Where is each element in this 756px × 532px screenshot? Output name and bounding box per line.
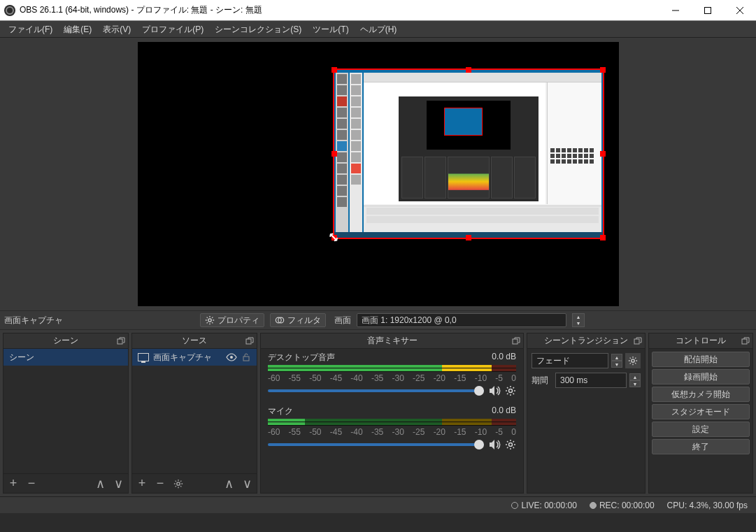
mixer-body: デスクトップ音声 0.0 dB -60-55-50-45-40-35-30-25… bbox=[261, 349, 523, 493]
transition-select[interactable]: フェード bbox=[532, 353, 608, 368]
filters-button[interactable]: フィルタ bbox=[270, 313, 326, 327]
meter-scale: -60-55-50-45-40-35-30-25-20-15-10-50 bbox=[268, 427, 516, 437]
menu-help[interactable]: ヘルプ(H) bbox=[355, 21, 403, 38]
resize-handle-ml[interactable] bbox=[331, 151, 337, 157]
remove-scene-button[interactable]: − bbox=[26, 478, 37, 489]
live-status: LIVE: 00:00:00 bbox=[511, 501, 576, 510]
resize-handle-br[interactable] bbox=[600, 235, 606, 240]
volume-slider[interactable] bbox=[268, 443, 484, 446]
menu-scene-collection[interactable]: シーンコレクション(S) bbox=[209, 21, 307, 38]
svg-point-13 bbox=[632, 359, 634, 362]
channel-db: 0.0 dB bbox=[492, 405, 516, 417]
rec-indicator-icon bbox=[590, 502, 597, 509]
transitions-header: シーントランジション bbox=[527, 333, 645, 349]
menu-tools[interactable]: ツール(T) bbox=[307, 21, 354, 38]
maximize-button[interactable] bbox=[692, 0, 724, 21]
start-record-button[interactable]: 録画開始 bbox=[652, 369, 750, 384]
scene-item[interactable]: シーン bbox=[3, 349, 128, 366]
screen-spinner[interactable]: ▲▼ bbox=[572, 313, 585, 327]
scenes-header: シーン bbox=[3, 333, 128, 349]
speaker-icon[interactable] bbox=[488, 384, 501, 397]
undock-icon[interactable] bbox=[741, 337, 750, 345]
mixer-header: 音声ミキサー bbox=[261, 333, 523, 349]
add-source-button[interactable]: + bbox=[136, 478, 148, 489]
menu-view[interactable]: 表示(V) bbox=[97, 21, 136, 38]
transition-settings-button[interactable] bbox=[625, 353, 641, 368]
resize-handle-tl[interactable] bbox=[331, 67, 337, 73]
speaker-icon[interactable] bbox=[488, 438, 501, 451]
svg-rect-9 bbox=[513, 339, 518, 344]
minimize-button[interactable] bbox=[659, 0, 692, 21]
screen-capture-content bbox=[334, 70, 603, 238]
duration-spinner[interactable]: ▲▼ bbox=[629, 373, 641, 387]
source-selection-box[interactable] bbox=[333, 69, 604, 239]
lock-toggle-icon[interactable] bbox=[241, 352, 251, 362]
visibility-toggle-icon[interactable] bbox=[226, 352, 237, 363]
screen-label: 画面 bbox=[334, 315, 351, 326]
sources-list[interactable]: 画面キャプチャ bbox=[132, 349, 257, 473]
rec-status: REC: 00:00:00 bbox=[590, 501, 655, 510]
menu-profile[interactable]: プロファイル(P) bbox=[136, 21, 209, 38]
svg-point-11 bbox=[509, 443, 513, 447]
screen-select[interactable]: 画面 1: 1920x1200 @ 0,0 bbox=[357, 313, 566, 327]
display-capture-icon bbox=[138, 353, 149, 361]
sources-panel: ソース 画面キャプチャ + − ∧ ∨ bbox=[131, 333, 257, 494]
add-scene-button[interactable]: + bbox=[8, 478, 19, 489]
undock-icon[interactable] bbox=[634, 337, 642, 345]
mixer-channel-mic: マイク 0.0 dB -60-55-50-45-40-35-30-25-20-1… bbox=[261, 403, 523, 451]
undock-icon[interactable] bbox=[117, 337, 125, 345]
live-indicator-icon bbox=[511, 502, 518, 509]
transitions-body: フェード ▲▼ 期間 300 ms ▲▼ bbox=[527, 349, 645, 392]
start-stream-button[interactable]: 配信開始 bbox=[652, 352, 750, 367]
resize-handle-tm[interactable] bbox=[466, 67, 471, 73]
window-title: OBS 26.1.1 (64-bit, windows) - プロファイル: 無… bbox=[20, 4, 659, 16]
svg-point-10 bbox=[509, 389, 513, 393]
gear-icon bbox=[205, 315, 215, 325]
mixer-channel-desktop: デスクトップ音声 0.0 dB -60-55-50-45-40-35-30-25… bbox=[261, 349, 523, 397]
svg-rect-0 bbox=[705, 7, 711, 13]
statusbar: LIVE: 00:00:00 REC: 00:00:00 CPU: 4.3%, … bbox=[0, 496, 756, 513]
menu-file[interactable]: ファイル(F) bbox=[3, 21, 58, 38]
close-button[interactable] bbox=[724, 0, 756, 21]
preview-canvas[interactable] bbox=[138, 42, 619, 306]
resize-handle-bm[interactable] bbox=[466, 235, 471, 240]
channel-settings-icon[interactable] bbox=[505, 439, 516, 450]
channel-name: マイク bbox=[268, 405, 293, 417]
properties-button[interactable]: プロパティ bbox=[200, 313, 264, 327]
audio-mixer-panel: 音声ミキサー デスクトップ音声 0.0 dB -60-55-50-45-40-3… bbox=[260, 333, 524, 494]
studio-mode-button[interactable]: スタジオモード bbox=[652, 404, 750, 419]
slider-knob[interactable] bbox=[474, 440, 484, 450]
source-properties-button[interactable] bbox=[173, 478, 184, 489]
resize-handle-tr[interactable] bbox=[600, 67, 606, 73]
volume-slider[interactable] bbox=[268, 389, 484, 392]
filters-icon bbox=[275, 315, 285, 325]
scene-down-button[interactable]: ∨ bbox=[113, 478, 124, 489]
settings-button[interactable]: 設定 bbox=[652, 422, 750, 437]
menu-edit[interactable]: 編集(E) bbox=[58, 21, 97, 38]
remove-source-button[interactable]: − bbox=[155, 478, 166, 489]
controls-header: コントロール bbox=[649, 333, 753, 349]
menubar: ファイル(F) 編集(E) 表示(V) プロファイル(P) シーンコレクション(… bbox=[0, 21, 756, 38]
scene-up-button[interactable]: ∧ bbox=[94, 478, 106, 489]
start-virtualcam-button[interactable]: 仮想カメラ開始 bbox=[652, 387, 750, 402]
channel-settings-icon[interactable] bbox=[505, 385, 516, 396]
scenes-list[interactable]: シーン bbox=[3, 349, 128, 473]
source-item[interactable]: 画面キャプチャ bbox=[132, 349, 257, 366]
undock-icon[interactable] bbox=[245, 337, 254, 345]
channel-name: デスクトップ音声 bbox=[268, 352, 335, 364]
source-toolbar: 画面キャプチャ プロパティ フィルタ 画面 画面 1: 1920x1200 @ … bbox=[0, 310, 756, 330]
resize-handle-mr[interactable] bbox=[600, 151, 606, 157]
controls-body: 配信開始 録画開始 仮想カメラ開始 スタジオモード 設定 終了 bbox=[649, 349, 753, 457]
preview-area[interactable] bbox=[0, 38, 756, 310]
transition-spinner[interactable]: ▲▼ bbox=[611, 354, 622, 368]
exit-button[interactable]: 終了 bbox=[652, 439, 750, 454]
channel-db: 0.0 dB bbox=[492, 352, 516, 364]
selected-source-label: 画面キャプチャ bbox=[4, 315, 63, 326]
svg-rect-12 bbox=[634, 339, 639, 344]
undock-icon[interactable] bbox=[512, 337, 520, 345]
duration-input[interactable]: 300 ms bbox=[555, 373, 627, 388]
slider-knob[interactable] bbox=[474, 386, 484, 396]
source-up-button[interactable]: ∧ bbox=[223, 478, 234, 489]
source-down-button[interactable]: ∨ bbox=[241, 478, 252, 489]
obs-logo-icon bbox=[4, 5, 15, 16]
